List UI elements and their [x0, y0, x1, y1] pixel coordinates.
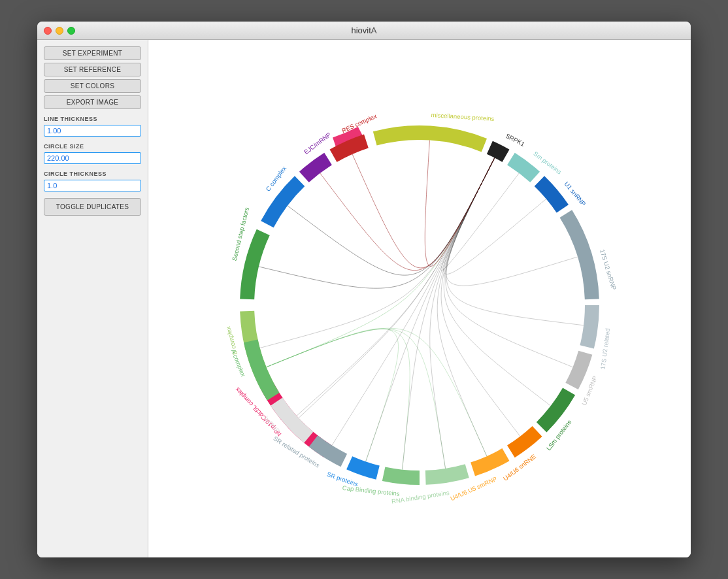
- chord-diagram-area: hPrp19/Cdc5L complexB complexSecond step…: [148, 40, 691, 557]
- line-thickness-input[interactable]: [44, 125, 141, 137]
- sidebar: SET EXPERIMENT SET REFERENCE SET COLORS …: [37, 40, 148, 557]
- circle-thickness-label: CIRCLE THICKNESS: [44, 171, 141, 177]
- set-reference-button[interactable]: SET REFERENCE: [44, 63, 141, 76]
- chord-diagram: hPrp19/Cdc5L complexB complexSecond step…: [171, 50, 668, 547]
- minimize-button[interactable]: [56, 27, 63, 35]
- close-button[interactable]: [44, 27, 52, 35]
- circle-size-input[interactable]: [44, 152, 141, 164]
- circle-size-label: CIRCLE SIZE: [44, 143, 141, 150]
- line-thickness-label: LINE THICKNESS: [44, 116, 141, 122]
- set-colors-button[interactable]: SET COLORS: [44, 79, 141, 93]
- traffic-lights: [44, 27, 75, 35]
- maximize-button[interactable]: [67, 27, 75, 35]
- set-experiment-button[interactable]: SET EXPERIMENT: [44, 46, 141, 60]
- toggle-duplicates-button[interactable]: TOGGLE DUPLICATES: [44, 198, 141, 216]
- content-area: SET EXPERIMENT SET REFERENCE SET COLORS …: [37, 40, 691, 557]
- titlebar: hiovitA: [37, 22, 691, 40]
- circle-thickness-input[interactable]: [44, 180, 141, 191]
- window-title: hiovitA: [351, 25, 376, 35]
- export-image-button[interactable]: EXPORT IMAGE: [44, 95, 141, 109]
- main-window: hiovitA SET EXPERIMENT SET REFERENCE SET…: [37, 22, 691, 557]
